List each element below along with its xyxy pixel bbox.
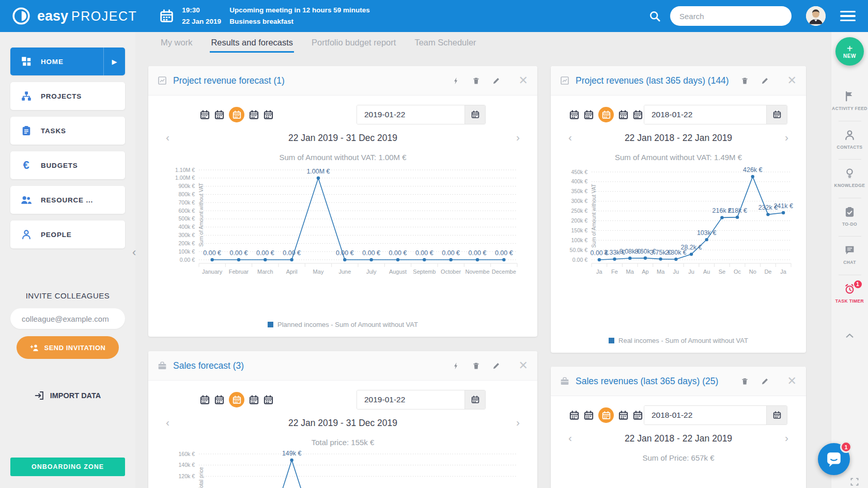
calendar-preset-icon[interactable]: [214, 395, 224, 405]
pencil-icon[interactable]: [492, 362, 500, 370]
rail-item-task-timer[interactable]: 1 TASK TIMER: [832, 284, 868, 305]
date-picker-button[interactable]: [464, 390, 485, 409]
period-preset-icons: [200, 107, 273, 122]
date-picker-button[interactable]: [464, 105, 485, 124]
calendar-preset-icon[interactable]: [618, 411, 628, 420]
sidebar-item-label: PROJECTS: [41, 92, 82, 100]
calendar-preset-icon[interactable]: [584, 110, 594, 120]
tab-results-and-forecasts[interactable]: Results and forecasts: [211, 38, 293, 53]
hamburger-menu-icon[interactable]: [840, 8, 856, 24]
tab-team-scheduler[interactable]: Team Scheduler: [414, 38, 476, 53]
calendar-preset-icon-active[interactable]: [229, 392, 244, 407]
svg-text:0.00 €: 0.00 €: [572, 256, 587, 262]
send-invitation-button[interactable]: SEND INVITATION: [17, 336, 119, 359]
bolt-icon[interactable]: [452, 362, 460, 370]
onboarding-zone-button[interactable]: ONBOARDING ZONE: [10, 458, 125, 476]
next-period-chevron[interactable]: ›: [516, 132, 520, 143]
widget-toolbar: ✕: [741, 75, 797, 86]
calendar-preset-icon-active[interactable]: [598, 107, 614, 122]
fullscreen-icon[interactable]: [850, 478, 859, 486]
prev-period-chevron[interactable]: ‹: [166, 417, 169, 428]
calendar-icon[interactable]: [160, 9, 174, 23]
bolt-icon[interactable]: [452, 77, 460, 85]
calendar-preset-icon[interactable]: [249, 110, 259, 120]
sidebar-item-resource[interactable]: RESOURCE ...: [10, 186, 125, 214]
calendar-preset-icon[interactable]: [569, 110, 579, 120]
prev-period-chevron[interactable]: ‹: [568, 132, 572, 143]
period-range: 22 Jan 2018 - 22 Jan 2019: [625, 431, 732, 446]
trash-icon[interactable]: [741, 77, 749, 85]
date-picker-button[interactable]: [766, 105, 787, 124]
date-input[interactable]: [644, 105, 766, 124]
svg-text:0.00 €: 0.00 €: [283, 249, 301, 257]
support-chat-button[interactable]: 1: [818, 443, 850, 475]
brand-logo[interactable]: easy PROJECT: [11, 6, 137, 26]
sidebar-item-people[interactable]: PEOPLE: [10, 221, 125, 248]
trash-icon[interactable]: [472, 77, 480, 85]
svg-text:200k €: 200k €: [571, 217, 587, 224]
date-input[interactable]: [357, 105, 464, 124]
date-input[interactable]: [357, 390, 464, 409]
calendar-preset-icon[interactable]: [569, 411, 579, 420]
search-input[interactable]: [670, 6, 792, 26]
svg-text:400k €: 400k €: [178, 224, 195, 230]
svg-text:218k €: 218k €: [727, 207, 747, 214]
calendar-preset-icon-active[interactable]: [598, 407, 614, 423]
calendar-preset-icon[interactable]: [249, 395, 259, 405]
prev-period-chevron[interactable]: ‹: [568, 432, 572, 443]
tab-my-work[interactable]: My work: [161, 38, 192, 53]
chevron-up-icon[interactable]: [846, 334, 854, 338]
calendar-preset-icon-active[interactable]: [229, 107, 244, 122]
import-data-link[interactable]: IMPORT DATA: [35, 391, 101, 400]
calendar-preset-icon[interactable]: [633, 110, 643, 120]
date-input[interactable]: [644, 406, 766, 424]
svg-text:0.00 €: 0.00 €: [229, 249, 247, 257]
tab-portfolio-budget-report[interactable]: Portfolio budget report: [312, 38, 396, 53]
rail-item-knowledge[interactable]: KNOWLEDGE: [832, 168, 868, 190]
calendar-preset-icon[interactable]: [633, 411, 643, 420]
pencil-icon[interactable]: [761, 77, 769, 85]
rail-item-activity-feed[interactable]: ACTIVITY FEED: [832, 91, 868, 113]
calendar-preset-icon[interactable]: [264, 395, 273, 405]
close-icon[interactable]: ✕: [519, 75, 528, 86]
rail-item-todo[interactable]: TO-DO: [832, 207, 868, 228]
close-icon[interactable]: ✕: [787, 375, 797, 387]
widget-title: Sales revenues (last 365 days) (25): [576, 376, 718, 387]
close-icon[interactable]: ✕: [519, 360, 528, 371]
rail-item-contacts[interactable]: CONTACTS: [832, 130, 868, 151]
sidebar-item-tasks[interactable]: TASKS: [10, 117, 125, 145]
pencil-icon[interactable]: [492, 77, 500, 85]
sidebar-item-home[interactable]: HOME ▶: [10, 48, 125, 75]
svg-text:Ma: Ma: [657, 269, 665, 275]
next-period-chevron[interactable]: ›: [785, 432, 788, 443]
calendar-preset-icon[interactable]: [200, 110, 210, 120]
next-period-chevron[interactable]: ›: [785, 132, 788, 143]
date-picker-button[interactable]: [766, 406, 787, 424]
pencil-icon[interactable]: [761, 377, 769, 385]
user-avatar[interactable]: [806, 6, 826, 26]
sidebar-item-budgets[interactable]: € BUDGETS: [10, 151, 125, 179]
calendar-preset-icon[interactable]: [618, 110, 628, 120]
calendar-preset-icon[interactable]: [264, 110, 273, 120]
prev-period-chevron[interactable]: ‹: [166, 132, 169, 143]
trash-icon[interactable]: [472, 362, 480, 370]
sidebar-item-projects[interactable]: PROJECTS: [10, 82, 125, 110]
widget-toolbar: ✕: [452, 75, 528, 86]
sidebar-collapse-chevron[interactable]: ‹: [132, 246, 136, 259]
svg-text:0.00 €: 0.00 €: [256, 249, 274, 257]
invite-email-field[interactable]: [10, 308, 125, 329]
rail-item-chat[interactable]: CHAT: [832, 245, 868, 266]
widget-title: Project revenue forecast (1): [173, 75, 285, 86]
calendar-preset-icon[interactable]: [584, 411, 594, 420]
upcoming-meeting[interactable]: 19:30 Upcoming meeting in 12 hours 59 mi…: [182, 5, 370, 27]
legend-label: Planned incomes - Sum of Amount without …: [277, 321, 418, 328]
close-icon[interactable]: ✕: [787, 75, 797, 86]
trash-icon[interactable]: [741, 377, 749, 385]
calendar-preset-icon[interactable]: [214, 110, 224, 120]
calendar-preset-icon[interactable]: [200, 395, 210, 405]
next-period-chevron[interactable]: ›: [516, 417, 520, 428]
new-button[interactable]: + NEW: [835, 37, 864, 66]
search-icon[interactable]: [649, 10, 661, 22]
svg-text:Au: Au: [703, 269, 710, 275]
expand-arrow-icon[interactable]: ▶: [103, 48, 125, 75]
